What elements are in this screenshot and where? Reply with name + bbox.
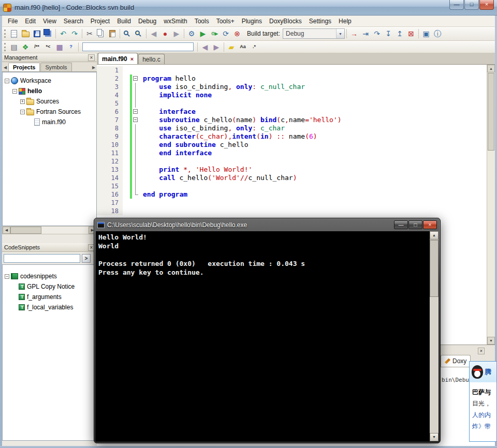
- toolbar-grip[interactable]: [4, 29, 6, 38]
- editor-vscroll-thumb[interactable]: [488, 73, 494, 151]
- block-comment-icon[interactable]: /**: [31, 41, 42, 53]
- expand-icon[interactable]: +: [20, 99, 25, 104]
- collapse-icon[interactable]: −: [5, 274, 9, 279]
- tree-item-hello[interactable]: −hello: [3, 86, 96, 96]
- menu-plugins[interactable]: Plugins: [238, 16, 266, 26]
- code-line-13[interactable]: 13 print *, 'Hello World!': [97, 166, 487, 174]
- abort-build-icon[interactable]: ⊗: [231, 28, 243, 39]
- use-regex-icon[interactable]: .*: [248, 41, 260, 53]
- menu-project[interactable]: Project: [87, 16, 113, 26]
- collapse-icon[interactable]: −: [20, 110, 25, 114]
- search-next-icon[interactable]: ▶: [211, 41, 222, 53]
- rebuild-icon[interactable]: ⟳: [220, 28, 231, 39]
- match-case-icon[interactable]: Aa: [237, 41, 248, 53]
- hscroll-thumb[interactable]: [10, 227, 41, 234]
- management-close-icon[interactable]: ×: [88, 54, 95, 61]
- code-line-5[interactable]: 5: [97, 99, 487, 108]
- collapse-icon[interactable]: −: [12, 89, 17, 94]
- new-file-icon[interactable]: [8, 28, 20, 39]
- console-maximize-button[interactable]: □: [408, 220, 422, 229]
- news-line[interactable]: 炸》带: [472, 421, 496, 432]
- code-line-14[interactable]: 14 call c_hello('World'//c_null_char): [97, 174, 487, 182]
- tree-item-workspace[interactable]: −Workspace: [3, 76, 96, 86]
- scroll-left-icon[interactable]: ◀: [3, 227, 10, 234]
- fold-margin[interactable]: −: [132, 116, 140, 124]
- console-title-bar[interactable]: C:\Users\sculab\Desktop\hello\bin\Debug\…: [94, 218, 440, 231]
- tree-item-f-local-variables[interactable]: f_local_variables: [3, 302, 96, 312]
- menu-wxsmith[interactable]: wxSmith: [160, 16, 191, 26]
- logs-tab-doxyblocks[interactable]: Doxy: [441, 355, 471, 367]
- various-info-icon[interactable]: ⓘ: [432, 28, 443, 39]
- scroll-down-icon[interactable]: ▼: [487, 337, 495, 345]
- code-line-10[interactable]: 10 end subroutine c_hello: [97, 141, 487, 149]
- menu-search[interactable]: Search: [60, 16, 87, 26]
- build-target-select[interactable]: Debug▼: [283, 28, 345, 39]
- doc-comment-icon[interactable]: *<: [42, 41, 54, 53]
- code-line-16[interactable]: 16end program: [97, 190, 487, 199]
- open-file-icon[interactable]: [20, 28, 31, 39]
- tree-item-codesnippets[interactable]: −codesnippets: [3, 271, 96, 281]
- tab-scroll-right-icon[interactable]: ▶: [91, 63, 97, 71]
- chevron-down-icon[interactable]: ▼: [336, 29, 344, 38]
- console-scroll-thumb[interactable]: [430, 240, 438, 297]
- help-icon[interactable]: ?: [65, 41, 77, 53]
- collapse-icon[interactable]: −: [5, 79, 9, 83]
- close-button[interactable]: ×: [479, 0, 494, 10]
- code-line-3[interactable]: 3 use iso_c_binding, only: c_null_char: [97, 83, 487, 91]
- fold-collapse-icon[interactable]: −: [133, 117, 138, 122]
- code-line-8[interactable]: 8 use iso_c_binding, only: c_char: [97, 124, 487, 132]
- console-close-button[interactable]: ×: [423, 220, 437, 229]
- fold-collapse-icon[interactable]: −: [133, 76, 138, 81]
- codesnippets-search-button[interactable]: >: [82, 254, 91, 263]
- toggle-marker-icon[interactable]: ●: [159, 28, 171, 39]
- tab-projects[interactable]: Projects: [8, 63, 40, 71]
- scroll-up-icon[interactable]: ▲: [430, 231, 438, 240]
- tab-symbols[interactable]: Symbols: [40, 63, 71, 71]
- toolbar-grip[interactable]: [4, 43, 6, 51]
- code-line-7[interactable]: 7− subroutine c_hello(name) bind(c,name=…: [97, 116, 487, 124]
- menu-help[interactable]: Help: [335, 16, 355, 26]
- highlight-occurrences-icon[interactable]: ▰: [226, 41, 237, 53]
- tree-item-f-arguments[interactable]: f_arguments: [3, 292, 96, 302]
- menu-view[interactable]: View: [39, 16, 60, 26]
- save-all-icon[interactable]: [42, 28, 54, 39]
- maximize-button[interactable]: □: [464, 0, 479, 10]
- run-icon[interactable]: ▶: [197, 28, 209, 39]
- goto-previous-marker-icon[interactable]: ◀: [148, 28, 159, 39]
- undo-icon[interactable]: ↶: [57, 28, 69, 39]
- find-icon[interactable]: [122, 28, 133, 39]
- save-icon[interactable]: [31, 28, 42, 39]
- code-line-4[interactable]: 4 implicit none: [97, 91, 487, 99]
- redo-icon[interactable]: ↷: [69, 28, 80, 39]
- tree-item-gpl-copy-notice[interactable]: GPL Copy Notice: [3, 281, 96, 292]
- code-line-12[interactable]: 12: [97, 157, 487, 166]
- menu-build[interactable]: Build: [113, 16, 135, 26]
- code-line-6[interactable]: 6− interface: [97, 108, 487, 116]
- code-line-18[interactable]: 18: [97, 207, 487, 215]
- news-popup[interactable]: 腾 巴萨与目光，人的内炸》带: [469, 361, 497, 442]
- scroll-down-icon[interactable]: ▼: [430, 433, 438, 441]
- build-icon[interactable]: ⚙: [186, 28, 197, 39]
- news-line[interactable]: 人的内: [472, 409, 496, 421]
- menu-tools[interactable]: Tools: [191, 16, 213, 26]
- console-minimize-button[interactable]: —: [394, 220, 408, 229]
- menu-doxyblocks[interactable]: DoxyBlocks: [266, 16, 305, 26]
- minimize-button[interactable]: —: [449, 0, 464, 10]
- logs-close-icon[interactable]: ×: [478, 348, 485, 354]
- menu-tools-plus[interactable]: Tools+: [213, 16, 238, 26]
- code-line-11[interactable]: 11 end interface: [97, 149, 487, 157]
- debug-continue-icon[interactable]: →: [348, 28, 360, 39]
- tree-item-main-f90[interactable]: main.f90: [3, 117, 96, 127]
- find-in-files-icon[interactable]: [133, 28, 144, 39]
- printer-icon[interactable]: ▤: [8, 41, 20, 53]
- tab-scroll-left-icon[interactable]: ◀: [2, 63, 8, 71]
- fold-margin[interactable]: −: [132, 108, 140, 116]
- tab-close-icon[interactable]: ×: [130, 56, 134, 62]
- scroll-up-icon[interactable]: ▲: [487, 65, 495, 72]
- fold-margin[interactable]: −: [132, 74, 140, 83]
- code-line-1[interactable]: 1: [97, 66, 487, 74]
- code-line-9[interactable]: 9 character(c_char),intent(in) :: name(6…: [97, 132, 487, 141]
- fold-collapse-icon[interactable]: −: [133, 109, 138, 114]
- paste-icon[interactable]: [107, 28, 118, 39]
- build-and-run-icon[interactable]: ⚙▶: [209, 28, 220, 39]
